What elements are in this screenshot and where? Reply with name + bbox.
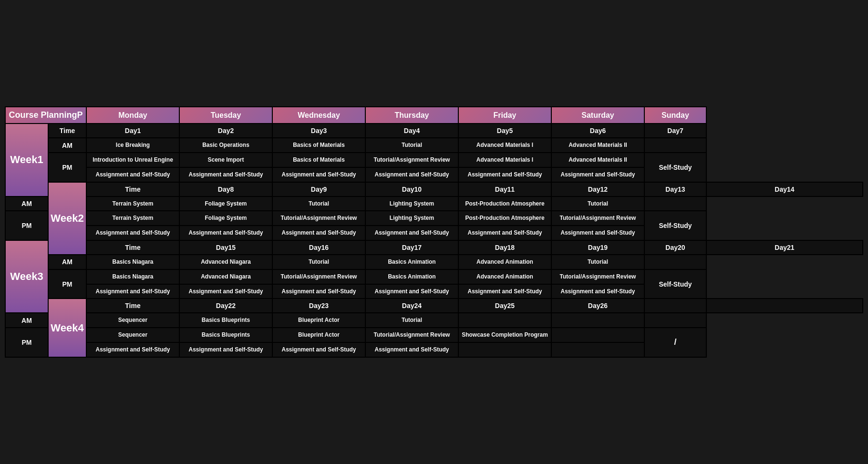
week2-pm2-cell1: Assignment and Self-Study: [86, 226, 179, 240]
week1-day1: Day1: [86, 124, 179, 138]
week4-am-row: AMSequencerBasics BlueprintsBlueprint Ac…: [5, 313, 863, 328]
week4-pm-row1: PMSequencerBasics BlueprintsBlueprint Ac…: [5, 328, 863, 342]
week1-day5: Day5: [458, 124, 551, 138]
week1-pm-row1: PMIntroduction to Unreal EngineScene Imp…: [5, 153, 863, 167]
week2-am-cell2: Foliage System: [179, 196, 272, 211]
week1-am-cell4: Tutorial: [365, 138, 458, 153]
week4-day6: [644, 299, 706, 313]
week1-pm1-cell7: Self-Study: [644, 153, 706, 182]
week2-time-row: Week2TimeDay8Day9Day10Day11Day12Day13Day…: [5, 182, 863, 196]
week2-pm-label: PM: [5, 211, 48, 240]
week2-pm1-cell6: Tutorial/Assignment Review: [551, 211, 644, 226]
week1-pm2-cell1: Assignment and Self-Study: [86, 167, 179, 182]
week2-pm2-cell3: Assignment and Self-Study: [272, 226, 365, 240]
week4-am-cell6: [551, 313, 644, 328]
week3-am-label: AM: [48, 255, 86, 269]
week1-pm2-cell6: Assignment and Self-Study: [551, 167, 644, 182]
week1-am-cell7: [644, 138, 706, 153]
week1-time-label: Time: [48, 124, 86, 138]
week4-pm1-cell4: Tutorial/Assignment Review: [365, 328, 458, 342]
week2-pm-row2: Assignment and Self-StudyAssignment and …: [5, 226, 863, 240]
course-title: Course PlanningP: [5, 107, 86, 124]
week1-pm1-cell4: Tutorial/Assignment Review: [365, 153, 458, 167]
week2-am-cell5: Post-Production Atmosphere: [458, 196, 551, 211]
header-saturday: Saturday: [551, 107, 644, 124]
week1-time-row: Week1TimeDay1Day2Day3Day4Day5Day6Day7: [5, 124, 863, 138]
week1-pm2-cell4: Assignment and Self-Study: [365, 167, 458, 182]
week1-pm2-cell3: Assignment and Self-Study: [272, 167, 365, 182]
week4-day5: Day26: [551, 299, 644, 313]
week2-pm1-cell4: Lighting System: [365, 211, 458, 226]
week2-day2: Day9: [272, 182, 365, 196]
week2-am-cell3: Tutorial: [272, 196, 365, 211]
week1-day6: Day6: [551, 124, 644, 138]
week4-am-cell5: [458, 313, 551, 328]
week2-day3: Day10: [365, 182, 458, 196]
week4-pm1-cell6: [551, 328, 644, 342]
week3-day2: Day16: [272, 240, 365, 255]
week3-pm1-cell5: Advanced Animation: [458, 269, 551, 284]
week2-day7: Day14: [706, 182, 863, 196]
week3-day6: Day20: [644, 240, 706, 255]
week2-time-label: Time: [86, 182, 179, 196]
week3-pm2-cell1: Assignment and Self-Study: [86, 284, 179, 299]
week4-day4: Day25: [458, 299, 551, 313]
week1-day3: Day3: [272, 124, 365, 138]
week1-label: Week1: [5, 124, 48, 196]
week1-pm2-cell5: Assignment and Self-Study: [458, 167, 551, 182]
week2-day6: Day13: [644, 182, 706, 196]
week1-am-cell3: Basics of Materials: [272, 138, 365, 153]
week1-day2: Day2: [179, 124, 272, 138]
week3-time-row: Week3TimeDay15Day16Day17Day18Day19Day20D…: [5, 240, 863, 255]
week3-pm-row2: Assignment and Self-StudyAssignment and …: [5, 284, 863, 299]
week3-pm2-cell3: Assignment and Self-Study: [272, 284, 365, 299]
week2-pm1-cell1: Terrain System: [86, 211, 179, 226]
week3-am-cell1: Basics Niagara: [86, 255, 179, 269]
header-wednesday: Wednesday: [272, 107, 365, 124]
week4-am-cell2: Basics Blueprints: [179, 313, 272, 328]
week4-pm2-cell2: Assignment and Self-Study: [179, 342, 272, 357]
week4-pm1-cell1: Sequencer: [86, 328, 179, 342]
week3-pm-row1: PMBasics NiagaraAdvanced NiagaraTutorial…: [5, 269, 863, 284]
week1-pm-row2: Assignment and Self-StudyAssignment and …: [5, 167, 863, 182]
week3-pm1-cell7: Self-Study: [644, 269, 706, 299]
week3-am-cell7: [644, 255, 706, 269]
week4-time-row: Week4TimeDay22Day23Day24Day25Day26: [5, 299, 863, 313]
week4-am-cell1: Sequencer: [86, 313, 179, 328]
week1-am-cell2: Basic Operations: [179, 138, 272, 153]
week4-pm1-cell2: Basics Blueprints: [179, 328, 272, 342]
week2-day1: Day8: [179, 182, 272, 196]
week2-am-cell7: [644, 196, 706, 211]
week3-pm-label: PM: [48, 269, 86, 299]
schedule-table: Course PlanningP Monday Tuesday Wednesda…: [5, 106, 863, 358]
week2-am-cell4: Lighting System: [365, 196, 458, 211]
week2-pm2-cell6: Assignment and Self-Study: [551, 226, 644, 240]
week3-am-row: AMBasics NiagaraAdvanced NiagaraTutorial…: [5, 255, 863, 269]
week4-pm2-cell3: Assignment and Self-Study: [272, 342, 365, 357]
week3-day4: Day18: [458, 240, 551, 255]
week2-pm1-cell7: Self-Study: [644, 211, 706, 240]
week3-pm2-cell6: Assignment and Self-Study: [551, 284, 644, 299]
week3-day7: Day21: [706, 240, 863, 255]
week1-pm2-cell2: Assignment and Self-Study: [179, 167, 272, 182]
week4-day7: [706, 299, 863, 313]
week3-am-cell3: Tutorial: [272, 255, 365, 269]
week4-pm1-cell5: Showcase Completion Program: [458, 328, 551, 342]
week4-pm-row2: Assignment and Self-StudyAssignment and …: [5, 342, 863, 357]
week4-pm2-cell4: Assignment and Self-Study: [365, 342, 458, 357]
week4-day3: Day24: [365, 299, 458, 313]
week1-pm1-cell3: Basics of Materials: [272, 153, 365, 167]
week3-pm1-cell4: Basics Animation: [365, 269, 458, 284]
week1-am-row: AMIce BreakingBasic OperationsBasics of …: [5, 138, 863, 153]
week2-am-cell1: Terrain System: [86, 196, 179, 211]
week1-pm1-cell6: Advanced Materials II: [551, 153, 644, 167]
week1-day4: Day4: [365, 124, 458, 138]
week4-am-cell7: [644, 313, 706, 328]
week2-pm-row1: PMTerrain SystemFoliage SystemTutorial/A…: [5, 211, 863, 226]
header-friday: Friday: [458, 107, 551, 124]
week2-pm1-cell2: Foliage System: [179, 211, 272, 226]
week4-pm2-cell1: Assignment and Self-Study: [86, 342, 179, 357]
week2-am-row: AMTerrain SystemFoliage SystemTutorialLi…: [5, 196, 863, 211]
week3-day3: Day17: [365, 240, 458, 255]
week2-day4: Day11: [458, 182, 551, 196]
